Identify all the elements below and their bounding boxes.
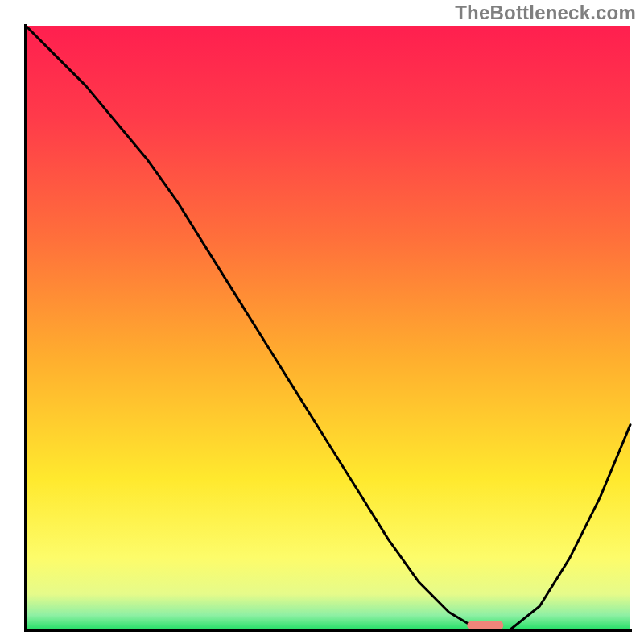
chart-container: TheBottleneck.com bbox=[0, 0, 644, 644]
chart-svg bbox=[0, 0, 644, 644]
svg-rect-0 bbox=[26, 26, 630, 630]
